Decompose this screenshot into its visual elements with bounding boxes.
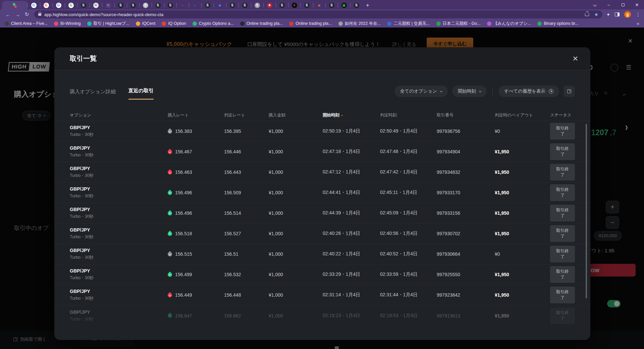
browser-tab[interactable]: S (114, 1, 127, 9)
modal-scrollbar[interactable] (586, 124, 587, 329)
bookmark-item[interactable]: Crypto Options a... (193, 21, 234, 26)
history-filter[interactable]: すべての履歴を表示 (498, 86, 559, 97)
modal-close-icon[interactable]: ✕ (572, 55, 578, 63)
bookmark-item[interactable]: IQ Option (162, 21, 186, 26)
browser-tab[interactable]: S (164, 1, 176, 9)
browser-tab[interactable]: ◗ (189, 1, 201, 9)
browser-tab[interactable]: S (350, 1, 363, 9)
amount-cell: ¥1,000 (269, 272, 323, 277)
tab-search-icon[interactable] (588, 0, 602, 9)
buy-rate-cell: 156.647 (168, 313, 224, 318)
browser-tab[interactable]: G (40, 1, 52, 9)
bookmark-item[interactable]: 日本二元期权 - Go... (436, 21, 481, 27)
browser-tab[interactable]: S (251, 1, 263, 9)
status-button[interactable]: 取引終了 (550, 266, 575, 283)
browser-tab[interactable]: › (176, 1, 189, 9)
buy-rate-value: 156.496 (175, 210, 192, 216)
status-button[interactable]: 取引終了 (550, 246, 575, 262)
column-header[interactable]: オプション (70, 112, 168, 118)
browser-tab[interactable]: ◆ (214, 1, 226, 9)
status-button[interactable]: 取引終了 (550, 225, 575, 242)
draw-direction-icon (167, 251, 173, 257)
browser-tab[interactable]: G (52, 1, 65, 9)
status-button[interactable]: 取引終了 (550, 287, 575, 303)
maximize-button[interactable] (616, 0, 630, 9)
bookmark-item[interactable]: 取引 | HighLowプ... (87, 21, 129, 27)
forward-button[interactable]: → (13, 12, 22, 17)
browser-menu-icon[interactable]: ⋮ (636, 11, 641, 17)
column-header[interactable]: 購入金額 (269, 112, 323, 118)
bookmarks-overflow-icon[interactable]: » (637, 21, 639, 26)
browser-tab[interactable]: S (152, 1, 164, 9)
chart-tab-icon: ▦ (341, 3, 347, 8)
browser-tab[interactable]: ▦ (338, 1, 350, 9)
buy-rate-value: 156.499 (175, 272, 192, 277)
status-button[interactable]: 取引終了 (550, 205, 575, 221)
bookmark-item[interactable]: Binary options br... (537, 21, 579, 26)
bookmark-item[interactable]: Bi-Winning (54, 21, 80, 26)
reload-button[interactable]: ↻ (22, 11, 32, 17)
minimize-button[interactable]: – (602, 0, 616, 9)
browser-tab[interactable]: S (127, 1, 139, 9)
column-header[interactable]: ステータス (550, 112, 575, 118)
option-type-filter[interactable]: 全てのオプション (394, 86, 448, 97)
browser-tab[interactable]: ✧ (102, 1, 114, 9)
column-header[interactable]: 購入レート (168, 112, 224, 118)
scrollbar-thumb[interactable] (586, 124, 587, 298)
bookmark-item[interactable]: Client Area – Five... (5, 21, 48, 26)
sort-filter[interactable]: 開始時刻 (452, 86, 487, 97)
column-header-sorted[interactable]: 開始時刻 (323, 112, 380, 118)
tab-recent-trades[interactable]: 直近の取引 (128, 88, 154, 100)
column-header[interactable]: 判定レート (224, 112, 269, 118)
browser-tab[interactable]: S (226, 1, 238, 9)
browser-tab[interactable]: S (77, 1, 90, 9)
payout-cell: ¥0 (495, 251, 550, 257)
browser-tab[interactable]: S (301, 1, 313, 9)
new-tab-button[interactable]: + (363, 1, 373, 9)
status-button[interactable]: 取引終了 (550, 307, 575, 324)
option-cell: GBP/JPYTurbo・30秒 (70, 207, 168, 219)
bookmark-item[interactable]: 二元期权 | 交易无... (387, 21, 430, 27)
bookmark-star-icon[interactable]: ★ (594, 12, 599, 17)
browser-tab[interactable]: S (139, 1, 152, 9)
browser-tab[interactable]: ⚡ (288, 1, 301, 9)
browser-tab[interactable]: S (325, 1, 338, 9)
browser-tab[interactable]: G (65, 1, 77, 9)
bookmark-item[interactable]: 如何在 2022 年在... (338, 21, 381, 27)
side-panel-icon[interactable] (615, 12, 620, 16)
browser-tab[interactable]: S (276, 1, 288, 9)
status-button[interactable]: 取引終了 (550, 164, 575, 181)
trade-id-cell: 997936756 (437, 129, 495, 134)
browser-tab[interactable]: ❖ (263, 1, 276, 9)
share-icon[interactable] (585, 13, 589, 16)
back-button[interactable]: ← (3, 12, 13, 17)
bookmark-item[interactable]: 【みんなのオプシ... (487, 21, 531, 27)
status-button[interactable]: 取引終了 (550, 143, 575, 160)
bookmark-item[interactable]: IQCent (136, 21, 156, 26)
extensions-icon[interactable]: ✦ (606, 12, 610, 17)
active-tab[interactable] (2, 1, 28, 9)
tab-option-details[interactable]: 購入オプション詳細 (70, 89, 116, 100)
column-header[interactable]: 取引番号 (437, 112, 495, 118)
profile-avatar[interactable]: g (624, 11, 631, 18)
start-time-cell: 02:50:19・1月4日 (323, 128, 380, 134)
option-type-label: Turbo・30秒 (70, 214, 168, 219)
browser-tab[interactable]: S (238, 1, 251, 9)
browser-tab[interactable]: G (28, 1, 40, 9)
browser-tab-strip: GGGGS✉✧SSSSS›◗S◆SSS❖S⚡S◈S▦S + – ✕ (0, 0, 644, 9)
open-history-external-button[interactable] (564, 86, 575, 97)
column-header[interactable]: 判定時のペイアウト (495, 112, 550, 118)
column-header[interactable]: 判定時刻 (380, 112, 437, 118)
bookmark-item[interactable]: Online trading pla... (240, 21, 283, 26)
site-tab-icon: S (130, 3, 136, 8)
browser-tab[interactable]: ◈ (313, 1, 325, 9)
up-direction-icon (167, 210, 173, 216)
browser-tab[interactable]: ✉ (90, 1, 102, 9)
url-bar[interactable]: app.highlow.com/quick-demo?source=header… (34, 10, 602, 18)
status-button[interactable]: 取引終了 (550, 123, 575, 140)
bookmark-item[interactable]: Online trading pla... (289, 21, 332, 26)
option-type-label: Turbo・30秒 (70, 234, 168, 240)
browser-tab[interactable]: S (201, 1, 214, 9)
status-button[interactable]: 取引終了 (550, 184, 575, 201)
close-window-button[interactable]: ✕ (630, 0, 644, 9)
